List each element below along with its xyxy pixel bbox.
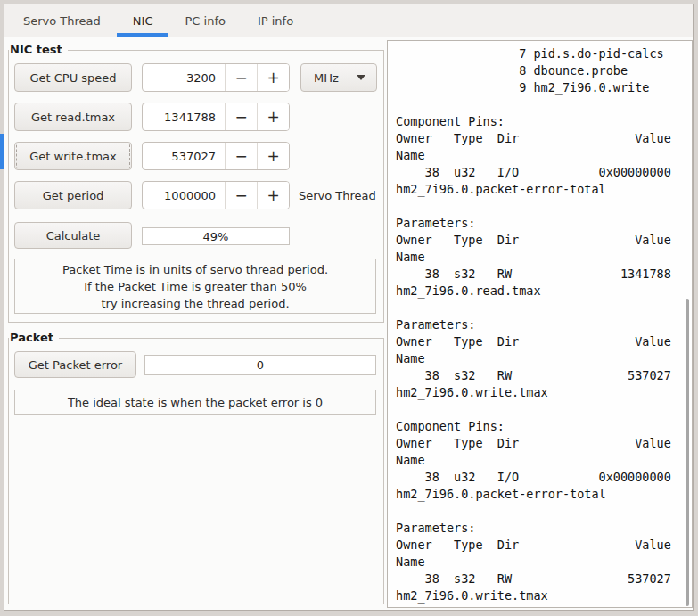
tab-bar: Servo Thread NIC PC info IP info xyxy=(4,4,693,37)
unit-dropdown-value: MHz xyxy=(314,71,339,85)
tab-servo-thread[interactable]: Servo Thread xyxy=(7,4,117,37)
period-value[interactable]: 1000000 xyxy=(143,182,225,209)
write-tmax-spinbox: 537027 − + xyxy=(142,142,290,170)
tab-label: Servo Thread xyxy=(23,14,101,28)
get-write-tmax-button[interactable]: Get write.tmax xyxy=(14,142,132,170)
read-tmax-spinbox: 1341788 − + xyxy=(142,103,290,131)
servo-thread-label: Servo Thread xyxy=(299,181,376,209)
plus-icon: + xyxy=(267,147,279,165)
output-scrollbar-thumb[interactable] xyxy=(686,299,689,606)
group-nic-test-title: NIC test xyxy=(9,43,68,56)
minus-icon: − xyxy=(234,147,247,165)
period-spinbox: 1000000 − + xyxy=(142,181,290,209)
get-cpu-speed-button[interactable]: Get CPU speed xyxy=(14,63,132,92)
period-decrement-button[interactable]: − xyxy=(225,182,257,209)
period-increment-button[interactable]: + xyxy=(257,182,289,209)
minus-icon: − xyxy=(234,69,247,86)
cpu-speed-increment-button[interactable]: + xyxy=(257,64,289,91)
get-read-tmax-button[interactable]: Get read.tmax xyxy=(14,103,132,131)
hal-output-textview[interactable]: 7 pid.s.do-pid-calcs 8 dbounce.probe 9 h… xyxy=(387,40,693,608)
packet-error-field[interactable]: 0 xyxy=(144,355,376,375)
tab-pc-info[interactable]: PC info xyxy=(168,4,241,37)
chevron-down-icon xyxy=(357,75,365,80)
read-tmax-decrement-button[interactable]: − xyxy=(225,103,257,130)
tab-ip-info[interactable]: IP info xyxy=(242,4,309,37)
get-packet-error-button[interactable]: Get Packet error xyxy=(14,351,136,378)
tab-label: IP info xyxy=(258,14,293,28)
write-tmax-increment-button[interactable]: + xyxy=(257,143,289,169)
get-period-button[interactable]: Get period xyxy=(14,181,132,209)
cpu-speed-decrement-button[interactable]: − xyxy=(225,64,257,91)
tab-nic[interactable]: NIC xyxy=(117,4,169,37)
group-packet: Packet Get Packet error 0 The ideal stat… xyxy=(8,338,384,604)
group-nic-test: NIC test Get CPU speed 3200 − + MHz Get … xyxy=(8,50,384,323)
unit-dropdown[interactable]: MHz xyxy=(300,63,377,92)
packet-time-note: Packet Time is in units of servo thread … xyxy=(14,259,376,314)
write-tmax-value[interactable]: 537027 xyxy=(143,143,225,169)
minus-icon: − xyxy=(234,108,247,126)
plus-icon: + xyxy=(267,186,279,204)
cpu-speed-value[interactable]: 3200 xyxy=(143,64,225,91)
packet-error-note: The ideal state is when the packet error… xyxy=(14,390,376,415)
group-packet-title: Packet xyxy=(9,331,59,344)
write-tmax-decrement-button[interactable]: − xyxy=(225,143,257,169)
plus-icon: + xyxy=(267,69,279,86)
tab-label: PC info xyxy=(185,14,225,28)
tab-label: NIC xyxy=(133,14,153,28)
calculate-button[interactable]: Calculate xyxy=(14,222,132,249)
packet-time-field[interactable]: 49% xyxy=(142,227,290,245)
app-window: Servo Thread NIC PC info IP info NIC tes… xyxy=(0,0,698,616)
plus-icon: + xyxy=(267,108,279,126)
active-tab-indicator xyxy=(117,33,169,37)
cpu-speed-spinbox: 3200 − + xyxy=(142,63,290,92)
read-tmax-value[interactable]: 1341788 xyxy=(143,103,225,130)
main-content: Servo Thread NIC PC info IP info NIC tes… xyxy=(4,4,694,611)
hal-output-text: 7 pid.s.do-pid-calcs 8 dbounce.probe 9 h… xyxy=(388,41,692,604)
read-tmax-increment-button[interactable]: + xyxy=(257,103,289,130)
minus-icon: − xyxy=(234,186,247,204)
